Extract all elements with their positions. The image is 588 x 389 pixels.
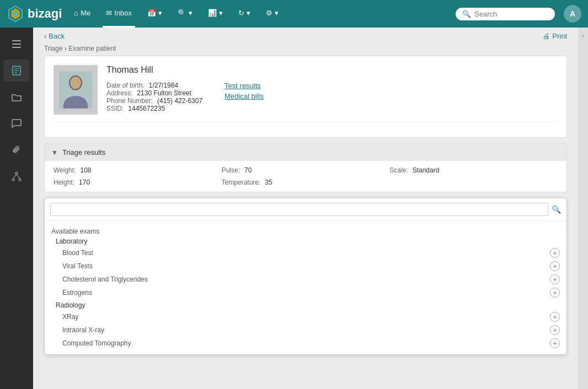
triage-body: Weight: 108 Pulse: 70 Scale: Standard He… — [45, 161, 566, 192]
exam-search-icon: 🔍 — [552, 205, 561, 214]
refresh-dropdown-icon: ▾ — [247, 9, 250, 17]
back-arrow-icon: ‹ — [44, 32, 46, 40]
svg-line-13 — [13, 174, 17, 179]
nav-inbox[interactable]: ✉ Inbox — [103, 0, 135, 28]
right-panel-arrow-icon: › — [582, 32, 584, 40]
dob-label: Date of birth: — [106, 82, 145, 89]
exam-add-cholesterol-button[interactable]: + — [550, 274, 560, 284]
info-row-address: Address: 2130 Fulton Street — [106, 89, 202, 97]
nav-home[interactable]: ⌂ Me — [71, 0, 94, 28]
back-button[interactable]: ‹ Back — [44, 32, 65, 40]
exam-add-blood-test-button[interactable]: + — [550, 248, 560, 258]
exam-search-input[interactable] — [50, 203, 548, 216]
main-content: ‹ Back 🖨 Print Triage › Examine patient — [33, 28, 578, 389]
triage-collapse-icon: ▼ — [51, 149, 58, 156]
chart-icon: 📊 — [208, 9, 217, 17]
info-row-ssid: SSID: 1445672235 — [106, 105, 202, 112]
exam-selector-popup: 🔍 Available exams Laboratory Blood Test … — [44, 198, 567, 355]
exam-item-cholesterol: Cholesterol and Triglycerides + — [51, 273, 560, 286]
sidebar — [0, 28, 33, 389]
patient-info: Thomas Hill Date of birth: 1/27/1984 Add… — [106, 65, 558, 112]
svg-point-11 — [12, 179, 14, 181]
test-results-link[interactable]: Test results — [224, 82, 264, 90]
exam-add-xray-button[interactable]: + — [550, 312, 560, 322]
logo[interactable]: bizagi — [7, 5, 62, 23]
logo-text: bizagi — [28, 7, 62, 21]
exam-add-estrogens-button[interactable]: + — [550, 288, 560, 298]
nav-settings[interactable]: ⚙ ▾ — [263, 0, 282, 28]
sidebar-item-forms[interactable] — [4, 60, 29, 82]
settings-dropdown-icon: ▾ — [275, 9, 279, 17]
exam-item-computed-tomography: Computed Tomography + — [51, 337, 560, 350]
triage-section: ▼ Triage results Weight: 108 Pulse: 70 S… — [44, 143, 567, 192]
print-button[interactable]: 🖨 Print — [543, 32, 567, 40]
svg-rect-4 — [12, 44, 21, 45]
exam-search-bar: 🔍 — [45, 198, 566, 221]
triage-pulse: Pulse: 70 — [222, 166, 390, 174]
sidebar-item-chat[interactable] — [4, 112, 29, 134]
svg-point-17 — [70, 77, 81, 89]
address-value: 2130 Fulton Street — [137, 89, 191, 97]
search-input[interactable] — [474, 10, 548, 18]
exam-item-estrogens: Estrogens + — [51, 286, 560, 299]
triage-height: Height: 170 — [54, 179, 222, 186]
top-navigation: bizagi ⌂ Me ✉ Inbox 📅 ▾ 🔍 ▾ 📊 ▾ ↻ ▾ ⚙ ▾ … — [0, 0, 588, 28]
exam-item-xray: XRay + — [51, 310, 560, 323]
svg-point-10 — [15, 172, 18, 174]
action-bar: ‹ Back 🖨 Print — [33, 28, 578, 45]
triage-scale: Scale: Standard — [389, 166, 558, 174]
address-label: Address: — [106, 89, 132, 97]
svg-rect-5 — [12, 47, 21, 48]
svg-rect-3 — [12, 40, 21, 41]
inbox-icon: ✉ — [106, 9, 112, 17]
chart-dropdown-icon: ▾ — [219, 9, 223, 17]
global-search-bar: 🔍 — [456, 8, 555, 20]
svg-point-12 — [19, 179, 21, 181]
exam-add-viral-tests-button[interactable]: + — [550, 261, 560, 271]
nav-search[interactable]: 🔍 ▾ — [174, 0, 196, 28]
nav-refresh[interactable]: ↻ ▾ — [235, 0, 254, 28]
calendar-icon: 📅 — [147, 9, 156, 17]
breadcrumb: Triage › Examine patient — [33, 45, 578, 56]
patient-photo — [54, 65, 98, 115]
info-row-dob: Date of birth: 1/27/1984 — [106, 82, 202, 89]
triage-header[interactable]: ▼ Triage results — [45, 144, 566, 161]
ssid-label: SSID: — [106, 105, 124, 112]
exam-add-computed-tomography-button[interactable]: + — [550, 338, 560, 348]
exam-list: Available exams Laboratory Blood Test + … — [45, 221, 566, 354]
phone-value: (415) 422-6307 — [157, 97, 202, 105]
exam-subcategory-laboratory: Laboratory — [56, 237, 560, 245]
home-icon: ⌂ — [74, 9, 78, 17]
triage-weight: Weight: 108 — [54, 166, 222, 174]
refresh-icon: ↻ — [238, 9, 244, 17]
medical-bills-link[interactable]: Medical bills — [224, 92, 264, 100]
exam-subcategory-radiology: Radiology — [56, 301, 560, 309]
sidebar-item-folder[interactable] — [4, 86, 29, 108]
sidebar-item-process[interactable] — [4, 165, 29, 187]
nav-calendar[interactable]: 📅 ▾ — [144, 0, 165, 28]
phone-label: Phone Number: — [106, 97, 153, 105]
gear-icon: ⚙ — [266, 9, 272, 17]
sidebar-item-tasks[interactable] — [4, 33, 29, 55]
patient-name: Thomas Hill — [106, 65, 558, 75]
right-panel-toggle[interactable]: › — [578, 28, 588, 389]
main-layout: ‹ Back 🖨 Print Triage › Examine patient — [0, 28, 588, 389]
nav-chart[interactable]: 📊 ▾ — [205, 0, 226, 28]
triage-temperature: Temperature: 35 — [222, 179, 390, 186]
search-nav-icon: 🔍 — [178, 9, 186, 17]
dob-value: 1/27/1984 — [149, 82, 178, 89]
user-avatar[interactable]: A — [564, 5, 581, 23]
triage-title: Triage results — [62, 148, 105, 156]
exam-category-label: Available exams — [51, 228, 560, 235]
exam-add-intraoral-xray-button[interactable]: + — [550, 325, 560, 335]
exam-item-intraoral-xray: Intraoral X-ray + — [51, 323, 560, 337]
ssid-value: 1445672235 — [128, 105, 165, 112]
print-icon: 🖨 — [543, 32, 550, 40]
calendar-dropdown-icon: ▾ — [158, 9, 162, 17]
svg-line-14 — [17, 174, 20, 179]
sidebar-item-attachment[interactable] — [4, 139, 29, 161]
info-row-phone: Phone Number: (415) 422-6307 — [106, 97, 202, 105]
exam-item-viral-tests: Viral Tests + — [51, 260, 560, 273]
search-bar-icon: 🔍 — [462, 10, 471, 18]
search-dropdown-icon: ▾ — [189, 9, 193, 17]
